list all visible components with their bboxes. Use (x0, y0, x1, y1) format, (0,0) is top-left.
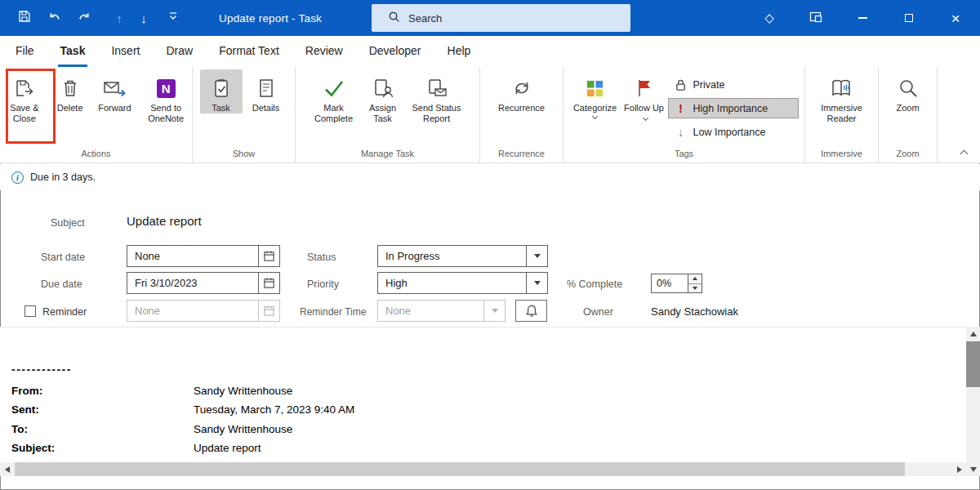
save-close-label: Save & Close (0, 103, 49, 124)
follow-up-button[interactable]: Follow Up (622, 69, 666, 124)
start-date-calendar-button[interactable] (258, 246, 279, 266)
reminder-time-dropdown-button[interactable] (483, 301, 505, 321)
popout-button[interactable] (804, 0, 827, 36)
tab-review[interactable]: Review (303, 36, 345, 67)
scroll-down-icon (970, 467, 977, 472)
reminder-time-select[interactable]: None (377, 300, 506, 322)
delete-button[interactable]: Delete (51, 69, 90, 114)
move-down-button[interactable]: ↓ (132, 0, 155, 36)
send-status-report-button[interactable]: Send Status Report (406, 69, 468, 124)
scroll-up-button[interactable] (966, 327, 980, 341)
mark-complete-button[interactable]: Mark Complete (308, 69, 360, 124)
task-view-button[interactable]: Task (200, 69, 243, 114)
chevron-down-icon (592, 114, 598, 119)
group-label-recurrence: Recurrence (480, 146, 563, 163)
tab-task[interactable]: Task (58, 36, 88, 67)
ribbon-group-immersive: Immersive Reader Immersive (805, 67, 879, 163)
owner-label: Owner (583, 306, 613, 318)
tab-format-text[interactable]: Format Text (216, 36, 282, 67)
move-up-button[interactable]: ↑ (108, 0, 131, 36)
recurrence-button[interactable]: Recurrence (489, 69, 555, 114)
scroll-right-button[interactable] (952, 462, 966, 476)
quick-save-button[interactable] (13, 0, 36, 36)
due-date-field[interactable]: Fri 3/10/2023 (127, 272, 280, 294)
dropdown-arrow-icon (492, 309, 498, 313)
maximize-button[interactable] (898, 0, 920, 36)
flag-icon (635, 74, 654, 103)
private-button[interactable]: Private (668, 74, 799, 95)
message-body[interactable] (0, 327, 966, 476)
scroll-down-button[interactable] (966, 462, 980, 476)
status-select[interactable]: In Progress (377, 245, 548, 267)
minimize-button[interactable] (851, 0, 874, 36)
zoom-button[interactable]: Zoom (885, 69, 931, 114)
percent-up-button[interactable] (688, 274, 702, 283)
customize-quick-access-button[interactable] (162, 0, 185, 36)
reminder-sound-button[interactable] (515, 300, 547, 322)
sent-label: Sent: (11, 403, 39, 416)
from-label: From: (11, 385, 42, 397)
status-dropdown-button[interactable] (526, 246, 547, 266)
start-date-field[interactable]: None (127, 245, 280, 267)
vertical-scrollbar[interactable] (966, 327, 980, 476)
reminder-date-field[interactable]: None (127, 300, 280, 322)
tab-file[interactable]: File (13, 36, 37, 67)
immersive-reader-label: Immersive Reader (813, 103, 871, 124)
details-document-icon (256, 74, 277, 103)
horizontal-scrollbar[interactable] (0, 462, 966, 476)
immersive-reader-button[interactable]: Immersive Reader (813, 69, 871, 124)
search-input[interactable] (408, 12, 604, 24)
redo-button[interactable] (73, 0, 96, 36)
high-importance-icon: ! (674, 101, 688, 115)
undo-button[interactable] (42, 0, 65, 36)
percent-complete-stepper[interactable]: 0% (651, 274, 702, 293)
task-clipboard-icon (211, 74, 232, 103)
assign-task-button[interactable]: Assign Task (362, 69, 404, 124)
percent-down-button[interactable] (688, 283, 702, 293)
reminder-time-label: Reminder Time (300, 306, 366, 318)
reminder-date-calendar-button[interactable] (258, 301, 279, 321)
subject-value[interactable]: Update report (127, 214, 202, 228)
group-label-actions: Actions (0, 146, 192, 163)
reminder-date-value: None (127, 305, 258, 317)
info-icon: i (11, 172, 24, 184)
collapse-ribbon-button[interactable] (957, 146, 970, 158)
diamond-icon: ◇ (764, 11, 774, 25)
horizontal-scroll-thumb[interactable] (15, 462, 905, 476)
close-button[interactable]: × (944, 0, 967, 36)
start-date-label: Start date (41, 252, 85, 263)
tab-developer[interactable]: Developer (367, 36, 424, 67)
low-importance-button[interactable]: ↓ Low Importance (668, 122, 799, 142)
high-importance-button[interactable]: ! High Importance (668, 98, 799, 118)
search-box[interactable] (372, 4, 630, 32)
priority-select[interactable]: High (377, 272, 548, 294)
details-label: Details (252, 103, 280, 114)
private-label: Private (693, 79, 725, 91)
due-date-value: Fri 3/10/2023 (127, 277, 258, 289)
send-to-onenote-button[interactable]: N Send to OneNote (140, 69, 192, 124)
due-date-label: Due date (41, 278, 82, 290)
owner-value: Sandy Stachowiak (651, 305, 738, 318)
categorize-button[interactable]: Categorize (570, 69, 621, 118)
vertical-scroll-thumb[interactable] (966, 341, 980, 387)
priority-dropdown-button[interactable] (526, 273, 547, 293)
premium-button[interactable]: ◇ (758, 0, 781, 36)
scroll-left-button[interactable] (0, 462, 14, 476)
due-date-calendar-button[interactable] (258, 273, 279, 293)
forward-button[interactable]: Forward (91, 69, 139, 114)
forward-envelope-icon (103, 74, 126, 103)
save-close-button[interactable]: Save & Close (0, 69, 49, 124)
to-label: To: (11, 423, 28, 435)
tab-insert[interactable]: Insert (109, 36, 142, 67)
tab-draw[interactable]: Draw (163, 36, 195, 67)
details-button[interactable]: Details (244, 69, 288, 114)
status-value: In Progress (378, 250, 526, 262)
tab-help[interactable]: Help (445, 36, 474, 67)
ribbon-group-zoom: Zoom Zoom (879, 67, 938, 163)
arrow-down-icon: ↓ (140, 11, 147, 25)
ribbon-group-manage-task: Mark Complete Assign Task Send Status Re… (296, 67, 480, 163)
reminder-checkbox[interactable] (24, 305, 36, 317)
calendar-icon (263, 277, 275, 289)
group-label-immersive: Immersive (805, 146, 878, 163)
scroll-up-icon (970, 332, 977, 336)
